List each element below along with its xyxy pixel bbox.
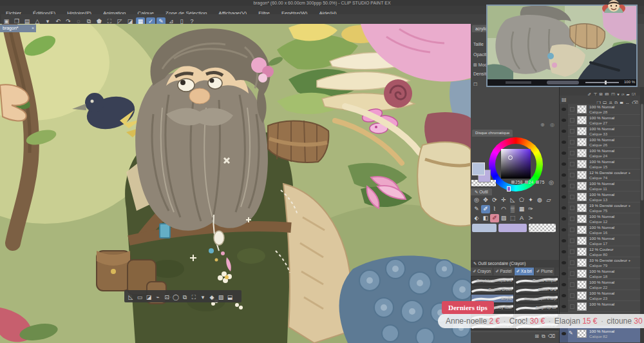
layer-row[interactable]: 100 % Normal Calque 12 — [560, 213, 641, 224]
layers-scrollbar[interactable] — [640, 87, 644, 343]
tool-button[interactable]: ✐ — [490, 214, 499, 222]
layer-checkbox[interactable] — [570, 129, 574, 133]
layer-checkbox[interactable] — [570, 206, 574, 210]
tool-button[interactable]: ✥ — [481, 196, 490, 204]
tool-button[interactable]: ⬚ — [508, 214, 517, 222]
tool-button[interactable]: ✦ — [526, 196, 535, 204]
layer-checkbox[interactable] — [570, 107, 574, 112]
brush-item[interactable]: Fingertip fur — [515, 303, 558, 312]
layer-checkbox[interactable] — [570, 228, 574, 232]
selection-launcher-button[interactable]: ⛶ — [189, 293, 198, 302]
subtool-tab[interactable]: ✐ Plume — [535, 268, 556, 275]
tool-button[interactable]: ◍ — [535, 196, 544, 204]
layer-row[interactable]: 100 % Normal Calque 26 — [560, 137, 641, 148]
layer-checkbox[interactable] — [570, 151, 574, 155]
hue-knob[interactable] — [507, 186, 511, 191]
layer-checkbox[interactable] — [570, 173, 574, 177]
selection-launcher-button[interactable]: ▭ — [135, 293, 144, 302]
layer-row[interactable]: 100 % Normal Calque 17 — [560, 235, 641, 246]
tool-button[interactable]: ⌇ — [490, 205, 499, 213]
tool-button[interactable]: ✛ — [499, 196, 508, 204]
tool-button[interactable]: ⬖ — [472, 214, 481, 222]
selection-launcher-button[interactable]: ◪ — [144, 293, 153, 302]
layer-checkbox[interactable] — [570, 140, 574, 144]
layer-row[interactable]: 100 % Normal — [560, 301, 641, 312]
tool-button[interactable]: ✎ — [472, 205, 481, 213]
visibility-eye-icon[interactable] — [562, 152, 566, 155]
selection-launcher-button[interactable]: ⧉ — [180, 293, 189, 302]
layer-row[interactable]: 100 % Normal Calque 24 — [560, 148, 641, 159]
visibility-eye-icon[interactable] — [562, 283, 566, 286]
layer-checkbox[interactable] — [570, 260, 574, 265]
visibility-eye-icon[interactable] — [562, 250, 566, 253]
visibility-eye-icon[interactable] — [562, 261, 566, 264]
close-tab-icon[interactable]: × — [32, 24, 34, 32]
tool-button[interactable]: ▱ — [544, 196, 553, 204]
selection-launcher-button[interactable]: ◆ — [207, 293, 216, 302]
saturation-value-picker[interactable] — [501, 149, 531, 179]
selection-launcher-button[interactable]: ▨ — [216, 293, 225, 302]
tool-button[interactable]: ▒ — [508, 205, 517, 213]
visibility-eye-icon[interactable] — [562, 239, 566, 242]
visibility-eye-icon[interactable] — [562, 217, 566, 220]
selection-launcher-button[interactable]: ◯ — [171, 293, 180, 302]
brush-item[interactable]: Flaser G 2 — [515, 285, 558, 294]
tool-button[interactable]: ≻ — [526, 214, 535, 222]
visibility-eye-icon[interactable] — [562, 141, 566, 144]
layer-checkbox[interactable] — [570, 118, 574, 122]
color-wheel-tab[interactable]: Disque chromatique — [472, 130, 513, 137]
layer-checkbox[interactable] — [570, 250, 574, 254]
brush-item[interactable]: Round simple — [515, 276, 558, 285]
layer-checkbox[interactable] — [570, 293, 574, 298]
layer-row[interactable]: 100 % Normal Calque 27 — [560, 115, 641, 126]
subtool-footer-button[interactable]: ⌫ — [548, 332, 555, 341]
main-color-swatch[interactable] — [472, 162, 485, 175]
secondary-color-chip[interactable] — [498, 224, 527, 232]
selection-launcher-button[interactable]: ⊡ — [162, 293, 171, 302]
tool-button[interactable]: ⬠ — [517, 196, 526, 204]
layer-row[interactable]: 100 % Normal Calque 28 — [560, 104, 641, 115]
document-tab[interactable]: bragon*× — [0, 24, 36, 32]
layer-row[interactable]: 12 % Couleur Calque 80 — [560, 246, 641, 257]
layer-row[interactable]: 100 % Normal Calque 23 — [560, 290, 641, 301]
tool-panel-tab[interactable]: ✎ Outil — [471, 188, 492, 195]
layer-row[interactable]: 100 % Normal Calque 11 — [560, 181, 641, 191]
layer-checkbox[interactable] — [570, 195, 574, 199]
scrollbar-thumb[interactable] — [641, 104, 643, 201]
visibility-eye-icon[interactable] — [562, 206, 566, 210]
layer-row[interactable]: 100 % Normal Calque 22 — [560, 279, 641, 290]
brush-item[interactable]: Combo Brush — [471, 285, 514, 294]
visibility-eye-icon[interactable] — [562, 305, 566, 308]
transparent-chip[interactable] — [529, 224, 556, 232]
visibility-eye-icon[interactable] — [562, 162, 566, 166]
layer-checkbox[interactable] — [570, 239, 574, 243]
layer-checkbox[interactable] — [570, 304, 574, 309]
visibility-eye-icon[interactable] — [562, 332, 566, 335]
layer-row[interactable]: 100 % Normal Calque 33 — [560, 126, 641, 137]
visibility-eye-icon[interactable] — [562, 294, 566, 297]
visibility-eye-icon[interactable] — [562, 173, 566, 177]
layer-checkbox[interactable] — [570, 162, 574, 166]
visibility-eye-icon[interactable] — [562, 184, 566, 188]
subtool-footer-button[interactable]: ⧉ — [542, 332, 545, 341]
layer-row[interactable]: 33 % Densité couleur + Calque 79 — [560, 257, 641, 268]
subtool-tab[interactable]: ✐ Xa bri — [515, 268, 535, 275]
tool-button[interactable]: ◧ — [481, 214, 490, 222]
layer-row[interactable]: 100 % Normal Calque 15 — [560, 159, 641, 170]
selection-launcher-button[interactable]: ▾ — [198, 293, 207, 302]
tool-button[interactable]: ⟳ — [490, 196, 499, 204]
property-checkbox[interactable]: ☐ — [473, 82, 477, 87]
tool-button[interactable]: ✑ — [526, 205, 535, 213]
brush-item[interactable]: crayon supersharp — [515, 294, 558, 303]
visibility-eye-icon[interactable] — [562, 119, 566, 122]
layer-row[interactable]: 19 % Densité couleur + Calque 75 — [560, 202, 641, 213]
selection-launcher-button[interactable]: ◺ — [126, 293, 135, 302]
layer-checkbox[interactable] — [570, 184, 574, 188]
primary-color-chip[interactable] — [472, 224, 497, 232]
visibility-eye-icon[interactable] — [562, 228, 566, 231]
tool-button[interactable]: A — [517, 214, 526, 222]
layer-checkbox[interactable] — [570, 271, 574, 276]
tool-button[interactable]: ▨ — [499, 214, 508, 222]
subtool-tab[interactable]: ✐ Pastel — [493, 268, 514, 275]
layer-checkbox[interactable] — [570, 217, 574, 221]
